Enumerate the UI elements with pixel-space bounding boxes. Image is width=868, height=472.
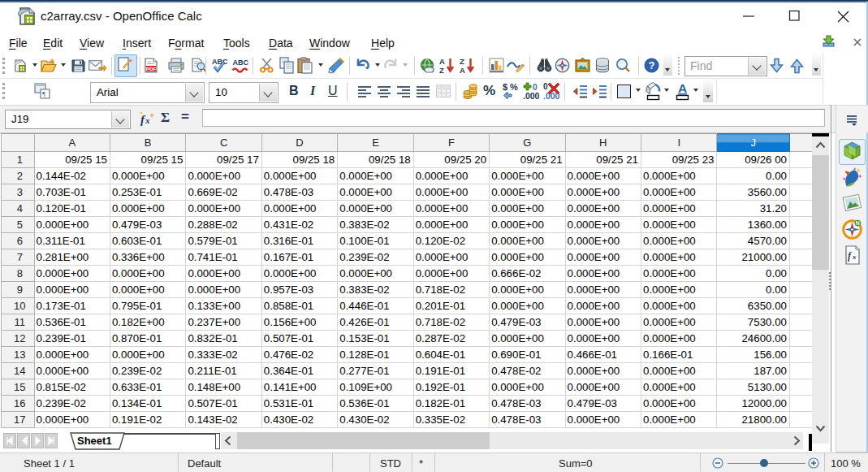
svg-text:PDF: PDF — [146, 66, 157, 71]
svg-text:Z: Z — [460, 57, 464, 66]
svg-text:A: A — [439, 57, 445, 66]
svg-text:Z: Z — [439, 66, 444, 75]
svg-text:¶: ¶ — [42, 90, 45, 98]
svg-text:ABC: ABC — [233, 58, 249, 67]
svg-text:x: x — [852, 253, 857, 261]
svg-text:A: A — [678, 81, 687, 95]
svg-text:.000: .000 — [543, 91, 560, 101]
svg-text:N: N — [856, 220, 860, 226]
svg-text:x: x — [145, 115, 150, 125]
svg-text:A: A — [460, 66, 465, 75]
svg-text:.000: .000 — [523, 91, 540, 101]
svg-text:?: ? — [649, 60, 655, 71]
svg-text:$: $ — [503, 82, 507, 92]
svg-text:%: % — [510, 82, 518, 92]
svg-text:0: 0 — [543, 82, 548, 91]
svg-text:ABC: ABC — [212, 58, 227, 66]
